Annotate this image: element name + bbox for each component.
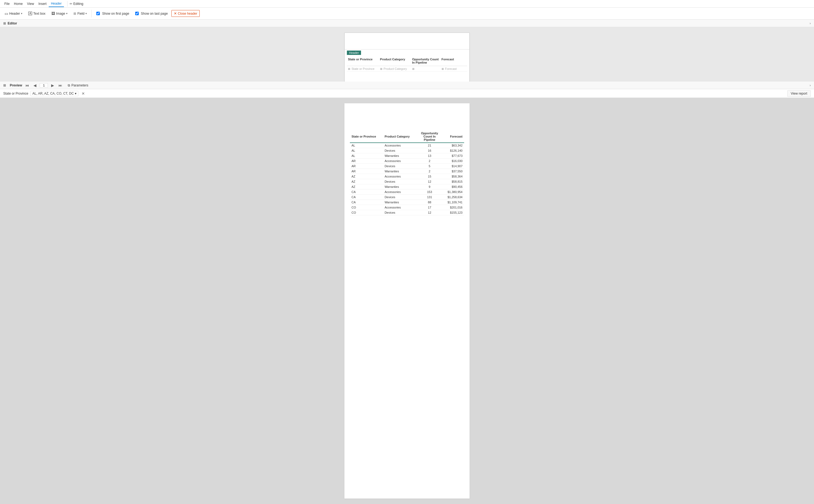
placeholder-cell-3: ▦ Forecast <box>440 67 467 71</box>
editor-title: Editor <box>8 21 17 25</box>
nav-last-button[interactable]: ⏭ <box>57 83 63 88</box>
table-cell-8-1: Warranties <box>383 184 417 189</box>
preview-table-header-row: State or Province Product Category Oppor… <box>350 130 464 143</box>
table-cell-3-0: AR <box>350 158 383 164</box>
header-badge: Header <box>347 51 361 55</box>
table-cell-9-2: 153 <box>417 189 442 195</box>
table-cell-7-0: AZ <box>350 179 383 184</box>
nav-first-button[interactable]: ⏮ <box>24 83 30 88</box>
image-chevron: ▾ <box>66 12 67 15</box>
table-cell-3-3: $16,030 <box>442 158 464 164</box>
table-cell-13-3: $155,123 <box>442 210 464 215</box>
table-cell-1-3: $126,140 <box>442 148 464 153</box>
menu-view[interactable]: View <box>25 1 36 7</box>
table-cell-0-3: $63,342 <box>442 143 464 148</box>
col-header-3: Forecast <box>440 57 467 65</box>
preview-title: Preview <box>10 83 22 87</box>
report-canvas: Header State or Province Product Categor… <box>344 33 470 82</box>
col-header-1: Product Category <box>379 57 411 65</box>
editing-label: Editing <box>73 2 83 6</box>
table-cell-5-0: AR <box>350 169 383 174</box>
show-last-label: Show on last page <box>141 12 168 15</box>
table-cell-6-2: 15 <box>417 174 442 179</box>
image-button[interactable]: 🖼 Image ▾ <box>49 10 70 17</box>
field-button[interactable]: ⊞ Field ▾ <box>71 10 89 17</box>
menu-header[interactable]: Header <box>49 1 64 7</box>
report-placeholder-row: ▦ State or Province ▦ Product Category ▦… <box>347 66 467 72</box>
textbox-button[interactable]: A Text box <box>26 10 48 17</box>
view-report-button[interactable]: View report <box>787 90 811 97</box>
nav-next-button[interactable]: ▶ <box>50 83 55 88</box>
table-cell-0-0: AL <box>350 143 383 148</box>
menu-home[interactable]: Home <box>12 1 25 7</box>
nav-prev-button[interactable]: ◀ <box>32 83 38 88</box>
close-header-label: Close header <box>178 12 197 15</box>
table-cell-8-2: 9 <box>417 184 442 189</box>
menu-insert[interactable]: Insert <box>36 1 49 7</box>
editing-badge: ✏ Editing <box>67 1 86 6</box>
table-cell-4-1: Devices <box>383 164 417 169</box>
field-chevron: ▾ <box>85 12 87 15</box>
textbox-icon: A <box>28 12 32 15</box>
preview-expand-icon[interactable]: › <box>810 83 811 87</box>
state-dropdown-icon: ▾ <box>75 92 76 95</box>
table-cell-13-1: Devices <box>383 210 417 215</box>
textbox-label: Text box <box>33 12 45 15</box>
table-cell-0-1: Accessories <box>383 143 417 148</box>
table-cell-2-0: AL <box>350 153 383 158</box>
table-row: ALDevices16$126,140 <box>350 148 464 153</box>
header-button[interactable]: ▭ Header ▾ <box>2 10 25 17</box>
table-cell-12-0: CO <box>350 205 383 210</box>
table-cell-9-0: CA <box>350 189 383 195</box>
table-cell-8-0: AZ <box>350 184 383 189</box>
field-icon-0: ▦ <box>348 67 350 70</box>
image-icon: 🖼 <box>51 11 55 15</box>
field-icon-3: ▦ <box>442 67 444 70</box>
table-cell-5-3: $37,550 <box>442 169 464 174</box>
page-number-input[interactable]: 1 <box>40 83 48 88</box>
parameters-button[interactable]: ⧉ Parameters <box>66 83 90 88</box>
field-icon: ⊞ <box>73 12 76 15</box>
table-row: ARWarranties2$37,550 <box>350 169 464 174</box>
th-state: State or Province <box>350 130 383 143</box>
table-cell-13-2: 12 <box>417 210 442 215</box>
header-section[interactable]: Header State or Province Product Categor… <box>345 49 469 73</box>
preview-table: State or Province Product Category Oppor… <box>350 130 464 215</box>
table-row: ALWarranties13$77,673 <box>350 153 464 158</box>
placeholder-cell-0: ▦ State or Province <box>347 67 379 71</box>
state-param-value: AL, AR, AZ, CA, CO, CT, DC <box>32 92 74 95</box>
expand-icon[interactable]: › <box>810 21 811 25</box>
params-label: Parameters <box>71 83 88 87</box>
table-cell-6-0: AZ <box>350 174 383 179</box>
table-cell-5-2: 2 <box>417 169 442 174</box>
table-row: COAccessories17$201,016 <box>350 205 464 210</box>
show-first-page-toggle[interactable]: Show on first page <box>94 10 131 17</box>
table-row: ALAccessories21$63,342 <box>350 143 464 148</box>
table-row: CAAccessories153$1,380,954 <box>350 189 464 195</box>
table-cell-9-3: $1,380,954 <box>442 189 464 195</box>
table-row: CAWarranties88$1,109,741 <box>350 200 464 205</box>
preview-report: State or Province Product Category Oppor… <box>344 103 470 499</box>
table-cell-0-2: 21 <box>417 143 442 148</box>
close-header-button[interactable]: ✕ Close header <box>171 10 200 17</box>
header-label: Header <box>9 12 20 15</box>
close-header-x-icon: ✕ <box>174 11 177 15</box>
table-cell-12-1: Accessories <box>383 205 417 210</box>
param-clear-button[interactable]: ✕ <box>82 91 85 96</box>
table-cell-1-1: Devices <box>383 148 417 153</box>
show-last-page-toggle[interactable]: Show on last page <box>133 10 170 17</box>
menu-file[interactable]: File <box>2 1 12 7</box>
preview-table-body: ALAccessories21$63,342ALDevices16$126,14… <box>350 143 464 215</box>
state-param-select[interactable]: AL, AR, AZ, CA, CO, CT, DC ▾ <box>30 91 78 96</box>
show-first-checkbox[interactable] <box>96 12 100 15</box>
table-cell-12-3: $201,016 <box>442 205 464 210</box>
th-opportunity: Opportunity Count In Pipeline <box>417 130 442 143</box>
table-cell-3-1: Accessories <box>383 158 417 164</box>
table-cell-4-0: AR <box>350 164 383 169</box>
table-row: ARAccessories2$16,030 <box>350 158 464 164</box>
table-cell-8-3: $90,456 <box>442 184 464 189</box>
show-last-checkbox[interactable] <box>135 12 139 15</box>
table-cell-2-2: 13 <box>417 153 442 158</box>
canvas-top-space <box>345 33 469 49</box>
table-cell-9-1: Accessories <box>383 189 417 195</box>
